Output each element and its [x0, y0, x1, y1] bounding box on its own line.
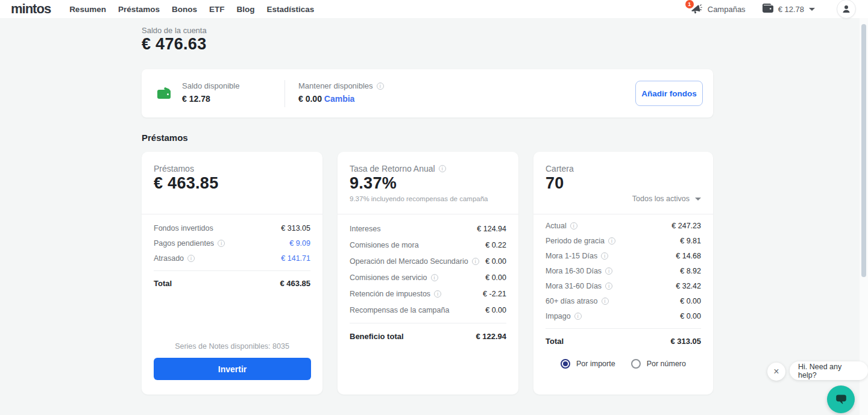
info-icon[interactable]: [377, 83, 384, 90]
table-row: 60+ días atraso € 0.00: [546, 293, 701, 308]
total-row: Total € 463.85: [154, 276, 310, 291]
radio-label: Por importe: [576, 360, 615, 368]
table-row: Comisiones de servicio € 0.00: [350, 269, 506, 286]
add-funds-button[interactable]: Añadir fondos: [635, 81, 703, 106]
nav-item-blog[interactable]: Blog: [236, 5, 254, 14]
row-value: € 0.00: [680, 297, 701, 305]
table-row: Mora 31-60 Días € 32.42: [546, 278, 701, 293]
info-icon[interactable]: [601, 252, 608, 260]
wallet-amount: € 12.78: [778, 5, 804, 14]
return-card-title: Tasa de Retorno Anual: [350, 164, 435, 173]
table-row: Recompensas de la campaña € 0.00: [350, 302, 506, 318]
table-row: Actual € 247.23: [546, 218, 701, 233]
campaigns-label: Campañas: [708, 5, 746, 14]
row-label: Periodo de gracia: [546, 237, 605, 245]
row-label: Recompensas de la campaña: [350, 306, 449, 314]
row-value: € 0.00: [680, 312, 701, 320]
portfolio-card-title: Cartera: [546, 164, 574, 173]
divider: [350, 323, 506, 323]
nav-item-etf[interactable]: ETF: [209, 5, 225, 14]
returns-breakdown: Intereses € 124.94 Comisiones de mora € …: [350, 220, 506, 345]
info-icon[interactable]: [605, 282, 612, 290]
info-icon[interactable]: [472, 258, 479, 265]
row-value-link[interactable]: € 141.71: [281, 254, 310, 263]
return-rate-subtitle: 9.37% incluyendo recompensas de campaña: [350, 195, 488, 202]
invest-button[interactable]: Invertir: [154, 358, 311, 380]
info-icon[interactable]: [431, 274, 438, 281]
notes-available-text: Series de Notes disponibles: 8035: [142, 342, 322, 351]
wallet-icon-green: [156, 86, 172, 103]
radio-por-importe[interactable]: Por importe: [561, 359, 615, 369]
table-row: Impago € 0.00: [546, 308, 701, 323]
info-icon[interactable]: [439, 165, 446, 172]
row-value-link[interactable]: € 9.09: [289, 239, 310, 248]
portfolio-count: 70: [546, 174, 564, 193]
row-value: € -2.21: [483, 290, 506, 298]
keep-available-value: € 0.00: [298, 94, 322, 104]
available-balance-value: € 12.78: [182, 94, 239, 104]
row-value: € 9.81: [680, 237, 701, 245]
table-row: Mora 16-30 Días € 8.92: [546, 263, 701, 278]
divider: [154, 270, 310, 271]
radio-por-numero[interactable]: Por número: [631, 359, 686, 369]
change-link[interactable]: Cambia: [324, 94, 355, 104]
loans-card-title: Préstamos: [154, 164, 194, 173]
table-row: Pagos pendientes € 9.09: [154, 236, 310, 251]
chat-greeting-bubble[interactable]: Hi. Need any help?: [790, 361, 868, 380]
top-navigation: mintos Resumen Préstamos Bonos ETF Blog …: [0, 0, 868, 18]
row-label: Intereses: [350, 225, 380, 233]
mintos-logo[interactable]: mintos: [11, 1, 51, 17]
available-balance-label: Saldo disponible: [182, 81, 239, 90]
loans-card: Préstamos € 463.85 Fondos invertidos € 3…: [142, 152, 322, 395]
account-balance-value: € 476.63: [142, 35, 207, 54]
info-icon[interactable]: [434, 290, 441, 298]
total-value: € 122.94: [476, 332, 506, 341]
divider: [338, 214, 518, 214]
section-title-loans: Préstamos: [142, 133, 188, 143]
row-value: € 0.22: [485, 241, 506, 249]
wallet-balance-dropdown[interactable]: € 12.78: [762, 3, 815, 15]
row-value: € 0.00: [485, 273, 506, 282]
return-rate-value: 9.37%: [350, 174, 397, 193]
info-icon[interactable]: [570, 222, 577, 229]
portfolio-filter-dropdown[interactable]: Todos los activos: [632, 195, 701, 203]
nav-right-group: 1 Campañas € 12.78: [689, 0, 856, 19]
info-icon[interactable]: [602, 298, 609, 305]
scrollbar-thumb[interactable]: [861, 24, 866, 277]
chevron-down-icon: [809, 8, 815, 11]
row-label: Actual: [546, 222, 567, 230]
row-label: Pagos pendientes: [154, 239, 214, 248]
info-icon[interactable]: [218, 240, 225, 247]
row-label: Impago: [546, 312, 571, 320]
nav-item-prestamos[interactable]: Préstamos: [118, 5, 160, 14]
chat-greeting-text: Hi. Need any help?: [798, 363, 860, 379]
table-row: Operación del Mercado Secundario € 0.00: [350, 253, 506, 269]
info-icon[interactable]: [574, 313, 582, 320]
row-label: 60+ días atraso: [546, 297, 598, 305]
total-value: € 463.85: [280, 279, 310, 288]
chat-dismiss-button[interactable]: [767, 363, 785, 381]
annual-return-card: Tasa de Retorno Anual 9.37% 9.37% incluy…: [338, 152, 518, 395]
table-row: Mora 1-15 Días € 14.68: [546, 248, 701, 263]
nav-item-resumen[interactable]: Resumen: [69, 5, 106, 14]
info-icon[interactable]: [608, 237, 615, 245]
info-icon[interactable]: [605, 267, 612, 275]
row-label: Operación del Mercado Secundario: [350, 257, 468, 266]
divider: [533, 214, 713, 214]
avatar[interactable]: [837, 0, 856, 19]
table-row: Atrasado € 141.71: [154, 251, 310, 266]
chat-launcher-button[interactable]: [827, 385, 855, 413]
speech-bubble-icon: [834, 392, 849, 407]
row-label: Retención de impuestos: [350, 290, 430, 298]
keep-available-block: Mantener disponibles € 0.00 Cambia: [298, 81, 384, 104]
main-nav: Resumen Préstamos Bonos ETF Blog Estadís…: [69, 5, 326, 14]
account-balance-label: Saldo de la cuenta: [142, 26, 207, 35]
nav-item-estadisticas[interactable]: Estadísticas: [266, 5, 314, 14]
loans-card-amount: € 463.85: [154, 174, 219, 193]
info-icon[interactable]: [187, 255, 195, 262]
nav-item-bonos[interactable]: Bonos: [172, 5, 197, 14]
campaigns-link[interactable]: 1 Campañas: [689, 2, 746, 16]
radio-label: Por número: [647, 360, 686, 368]
chevron-down-icon: [695, 198, 701, 201]
row-value: € 313.05: [281, 224, 310, 232]
